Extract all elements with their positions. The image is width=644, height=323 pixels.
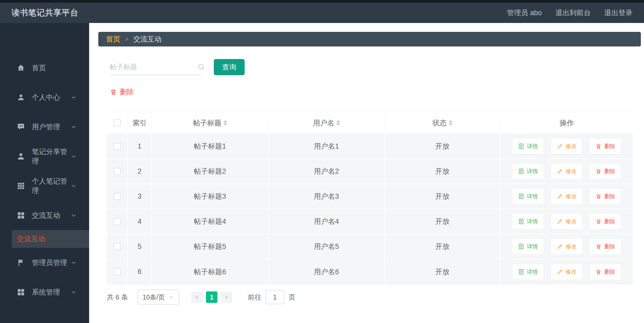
- detail-button[interactable]: 详情: [512, 238, 544, 255]
- detail-button[interactable]: 详情: [512, 163, 544, 179]
- logout-link[interactable]: 退出登录: [604, 8, 632, 17]
- pencil-icon: [557, 269, 563, 275]
- edit-button[interactable]: 修改: [551, 138, 583, 154]
- detail-button[interactable]: 详情: [512, 188, 544, 204]
- table-header-row: 索引 帖子标题 用户名 状态 操作: [107, 112, 633, 134]
- flag-icon: [17, 259, 25, 267]
- edit-button[interactable]: 修改: [551, 213, 583, 230]
- column-header-title[interactable]: 帖子标题: [152, 112, 269, 134]
- app-window: 读书笔记共享平台 管理员 abo 退出到前台 退出登录 首页 个人中心: [0, 0, 644, 323]
- trash-icon: [595, 193, 602, 199]
- bulk-delete-label: 删除: [120, 87, 134, 97]
- sidebar-item-personal-center[interactable]: 个人中心: [0, 83, 89, 112]
- sidebar-item-communication[interactable]: 交流互动: [0, 201, 89, 230]
- sort-carets-icon[interactable]: [336, 120, 340, 126]
- grid9-icon: [17, 182, 25, 190]
- sidebar-item-label: 管理员管理: [32, 258, 70, 267]
- column-header-label: 帖子标题: [193, 118, 221, 128]
- row-checkbox[interactable]: [114, 243, 121, 250]
- cell-title: 帖子标题5: [152, 234, 269, 259]
- exit-to-front-link[interactable]: 退出到前台: [555, 8, 591, 17]
- sidebar-subitem-communication-active[interactable]: 交流互动: [12, 230, 89, 248]
- chevron-down-icon: [70, 289, 77, 296]
- document-icon: [518, 168, 524, 174]
- edit-button[interactable]: 修改: [551, 163, 583, 179]
- chat-icon: [17, 123, 25, 131]
- cell-index: 4: [128, 209, 152, 234]
- breadcrumb-home-link[interactable]: 首页: [106, 34, 120, 44]
- user-icon: [17, 93, 25, 102]
- chevron-down-icon: [70, 94, 77, 101]
- goto-page-input[interactable]: [266, 290, 284, 304]
- edit-button[interactable]: 修改: [551, 238, 583, 255]
- page-unit-label: 页: [289, 293, 295, 302]
- trash-icon: [595, 143, 602, 149]
- prev-page-button[interactable]: [191, 291, 203, 303]
- pencil-icon: [557, 143, 563, 149]
- edit-button[interactable]: 修改: [551, 264, 583, 280]
- table-row: 1 帖子标题1 用户名1 开放 详情 修改 删除: [107, 134, 633, 159]
- delete-button[interactable]: 删除: [589, 138, 621, 154]
- chevron-down-icon: [70, 212, 77, 219]
- delete-button[interactable]: 删除: [589, 238, 621, 255]
- sidebar-item-home[interactable]: 首页: [0, 53, 89, 83]
- detail-button[interactable]: 详情: [512, 138, 544, 154]
- cell-index: 1: [128, 134, 152, 158]
- next-page-button[interactable]: [221, 291, 232, 303]
- pagination-total: 共 6 条: [107, 293, 128, 302]
- column-header-username[interactable]: 用户名: [269, 112, 385, 134]
- pagination-bar: 共 6 条 10条/页 1 前往: [107, 290, 644, 305]
- delete-button[interactable]: 删除: [589, 213, 621, 230]
- table-row: 2 帖子标题2 用户名2 开放 详情 修改 删除: [107, 159, 633, 184]
- pencil-icon: [557, 168, 563, 174]
- column-header-status[interactable]: 状态: [385, 112, 501, 134]
- select-all-checkbox[interactable]: [114, 119, 121, 126]
- sidebar-item-label: 交流互动: [32, 211, 70, 220]
- delete-button[interactable]: 删除: [589, 163, 621, 179]
- detail-button[interactable]: 详情: [512, 213, 544, 230]
- column-header-label: 状态: [433, 118, 447, 128]
- chevron-down-icon: [70, 153, 77, 160]
- row-checkbox[interactable]: [114, 268, 121, 275]
- page-size-select[interactable]: 10条/页: [137, 290, 179, 305]
- current-page-button[interactable]: 1: [206, 291, 217, 303]
- row-checkbox[interactable]: [114, 143, 121, 150]
- cell-username: 用户名5: [269, 234, 385, 259]
- sidebar-item-note-share-management[interactable]: 笔记分享管理: [0, 142, 89, 171]
- row-checkbox[interactable]: [114, 168, 121, 175]
- row-checkbox[interactable]: [114, 193, 121, 200]
- cell-status: 开放: [385, 209, 501, 234]
- home-icon: [17, 64, 25, 72]
- document-icon: [518, 143, 524, 149]
- sidebar-item-system-management[interactable]: 系统管理: [0, 277, 89, 307]
- edit-button[interactable]: 修改: [551, 188, 583, 204]
- row-checkbox[interactable]: [114, 218, 121, 225]
- cell-title: 帖子标题1: [152, 134, 269, 158]
- sort-carets-icon[interactable]: [223, 120, 227, 126]
- cell-status: 开放: [385, 159, 501, 184]
- document-icon: [518, 218, 524, 225]
- chevron-down-icon: [70, 259, 77, 266]
- bulk-delete-button[interactable]: 删除: [110, 87, 134, 97]
- grid4-icon: [17, 211, 25, 220]
- sidebar-item-personal-note-management[interactable]: 个人笔记管理: [0, 171, 89, 201]
- main-content: 首页 > 交流互动 查询 删除: [89, 23, 644, 323]
- detail-button[interactable]: 详情: [512, 264, 544, 280]
- search-icon: [197, 63, 205, 71]
- goto-label: 前往: [248, 293, 261, 302]
- cell-actions: 详情 修改 删除: [501, 234, 633, 259]
- cell-actions: 详情 修改 删除: [501, 159, 633, 184]
- cell-title: 帖子标题2: [152, 159, 269, 184]
- sidebar-item-user-management[interactable]: 用户管理: [0, 112, 89, 142]
- delete-button[interactable]: 删除: [589, 188, 621, 204]
- pencil-icon: [557, 243, 563, 250]
- sidebar-item-admin-management[interactable]: 管理员管理: [0, 248, 89, 277]
- sidebar-item-label: 用户管理: [32, 122, 70, 132]
- sort-carets-icon[interactable]: [449, 120, 452, 126]
- chevron-down-icon: [168, 294, 174, 300]
- search-input[interactable]: [110, 63, 197, 71]
- query-button[interactable]: 查询: [214, 59, 245, 75]
- delete-button[interactable]: 删除: [589, 264, 621, 280]
- cell-title: 帖子标题6: [152, 259, 269, 284]
- document-icon: [518, 243, 524, 250]
